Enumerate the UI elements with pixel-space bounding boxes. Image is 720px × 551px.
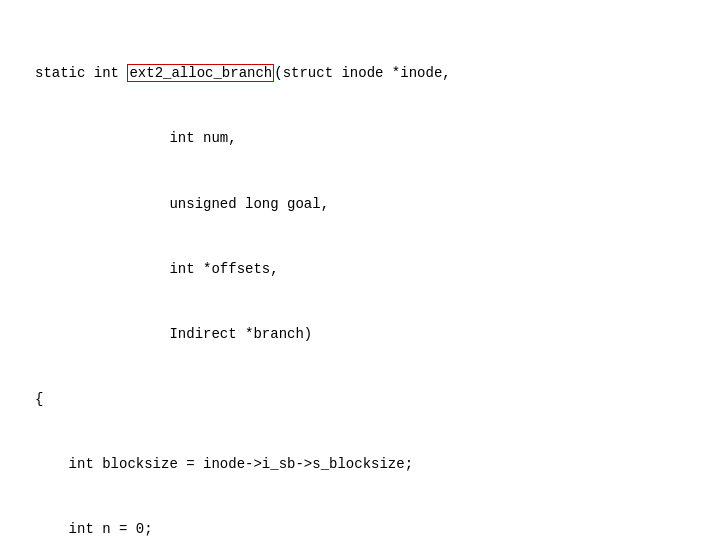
- code-line-3: unsigned long goal,: [35, 194, 685, 216]
- code-line-6: {: [35, 389, 685, 411]
- code-line-7: int blocksize = inode->i_sb->s_blocksize…: [35, 454, 685, 476]
- code-block: static int ext2_alloc_branch(struct inod…: [20, 10, 700, 551]
- function-name-highlight: ext2_alloc_branch: [127, 64, 274, 82]
- code-line-4: int *offsets,: [35, 259, 685, 281]
- code-line-5: Indirect *branch): [35, 324, 685, 346]
- code-line-2: int num,: [35, 128, 685, 150]
- code-line-8: int n = 0;: [35, 519, 685, 541]
- code-line-1: static int ext2_alloc_branch(struct inod…: [35, 63, 685, 85]
